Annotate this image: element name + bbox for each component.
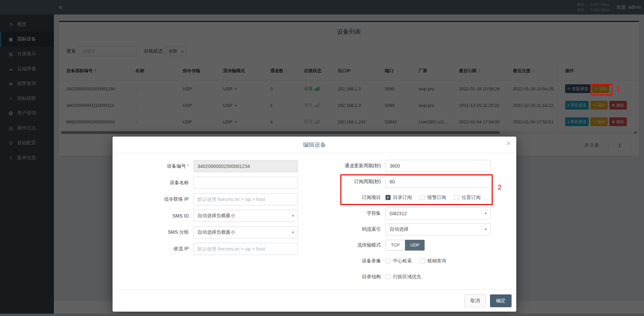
- center-search-checkbox[interactable]: 中心检索: [386, 258, 412, 264]
- cancel-button[interactable]: 取消: [464, 294, 486, 307]
- form-row-sms-id: SMS ID自动选择负载最小▾: [126, 207, 298, 224]
- checkbox-label: 中心检索: [393, 258, 412, 264]
- form-row-catalog-structure: 目录结构行政区域优先: [308, 269, 495, 285]
- checkbox-icon: [386, 274, 391, 279]
- chevron-down-icon: ▾: [292, 214, 294, 218]
- stream-ip-field[interactable]: [193, 243, 298, 255]
- chevron-down-icon: ▾: [485, 211, 487, 215]
- sip-contact-ip-label: 信令联络 IP: [126, 196, 193, 202]
- modal-title: 编辑设备: [303, 141, 326, 149]
- charset-label: 字符集: [308, 210, 386, 217]
- form-row-sip-contact-ip: 信令联络 IP: [126, 191, 298, 207]
- annotation-number-2: 2: [498, 183, 501, 191]
- stream-transport-tcp-button[interactable]: TCP: [386, 240, 405, 251]
- sms-id-label: SMS ID: [126, 213, 193, 219]
- device-id-label: 设备编号*: [126, 163, 193, 169]
- stream-transport-toggle: TCPUDP: [386, 240, 425, 251]
- form-row-device-id: 设备编号*: [126, 158, 298, 174]
- sip-contact-ip-field[interactable]: [193, 193, 298, 205]
- stream-transport-label: 流传输模式: [308, 242, 386, 248]
- form-row-charset: 字符集GB2312▾: [308, 205, 495, 221]
- channel-refresh-period-field[interactable]: [386, 160, 491, 172]
- annotation-box-1: [591, 84, 612, 95]
- form-row-stream-ip: 收流 IP: [126, 240, 298, 257]
- stream-ip-label: 收流 IP: [126, 246, 193, 252]
- modal-body: 设备编号*设备名称信令联络 IPSMS ID自动选择负载最小▾SMS 分组自动选…: [113, 153, 516, 285]
- sms-id-select[interactable]: 自动选择负载最小▾: [193, 210, 298, 222]
- window-horizontal-scrollbar[interactable]: [0, 314, 644, 316]
- stream-index-label: 码流索引: [308, 226, 386, 232]
- chevron-down-icon: ▾: [485, 227, 487, 231]
- sms-group-label: SMS 分组: [126, 229, 193, 235]
- catalog-structure-label: 目录结构: [308, 274, 386, 280]
- checkbox-label: 行政区域优先: [393, 274, 421, 280]
- catalog-structure-group: 行政区域优先: [386, 274, 421, 280]
- modal-footer: 取消 确定: [113, 289, 516, 312]
- checkbox-icon: [386, 258, 391, 263]
- admin-region-first-checkbox[interactable]: 行政区域优先: [386, 274, 421, 280]
- required-asterisk: *: [187, 163, 189, 169]
- form-row-device-record: 设备录像中心检索模糊查询: [308, 253, 495, 269]
- fuzzy-query-checkbox[interactable]: 模糊查询: [420, 258, 446, 264]
- annotation-number-1: 1: [617, 85, 620, 93]
- annotation-box-2: [340, 174, 493, 205]
- modal-header: 编辑设备 ×: [113, 137, 516, 153]
- form-row-stream-index: 码流索引自动选择▾: [308, 221, 495, 237]
- chevron-down-icon: ▾: [292, 230, 294, 234]
- stream-transport-udp-button[interactable]: UDP: [405, 240, 425, 251]
- edit-device-modal: 编辑设备 × 设备编号*设备名称信令联络 IPSMS ID自动选择负载最小▾SM…: [113, 137, 516, 312]
- device-id-field: [193, 160, 298, 172]
- ok-button[interactable]: 确定: [490, 294, 512, 307]
- sms-group-select[interactable]: 自动选择负载最小▾: [193, 226, 298, 238]
- checkbox-label: 模糊查询: [427, 258, 446, 264]
- form-row-stream-transport: 流传输模式TCPUDP: [308, 237, 495, 253]
- charset-select[interactable]: GB2312▾: [386, 207, 491, 220]
- stream-index-select[interactable]: 自动选择▾: [386, 223, 491, 235]
- checkbox-icon: [420, 258, 425, 263]
- device-name-field[interactable]: [193, 177, 298, 189]
- form-row-channel-refresh-period: 通道更新周期(秒): [308, 158, 495, 174]
- device-name-label: 设备名称: [126, 180, 193, 186]
- form-row-device-name: 设备名称: [126, 174, 298, 191]
- form-row-sms-group: SMS 分组自动选择负载最小▾: [126, 224, 298, 240]
- close-icon[interactable]: ×: [506, 139, 511, 147]
- device-record-group: 中心检索模糊查询: [386, 258, 446, 264]
- channel-refresh-period-label: 通道更新周期(秒): [308, 163, 386, 169]
- device-record-label: 设备录像: [308, 258, 386, 264]
